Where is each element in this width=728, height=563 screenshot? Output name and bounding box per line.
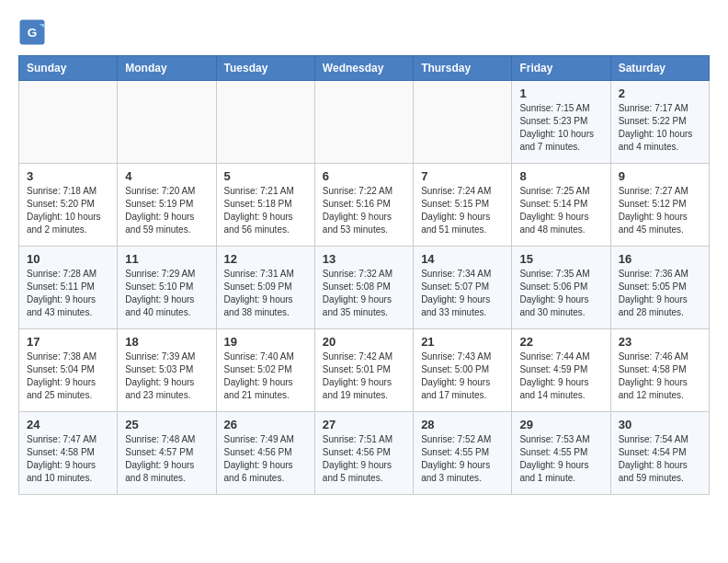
day-info: Sunrise: 7:52 AM Sunset: 4:55 PM Dayligh… <box>421 433 504 485</box>
day-info: Sunrise: 7:29 AM Sunset: 5:10 PM Dayligh… <box>125 268 208 319</box>
day-number: 1 <box>519 86 602 100</box>
calendar-cell: 15Sunrise: 7:35 AM Sunset: 5:06 PM Dayli… <box>512 247 610 329</box>
calendar-cell: 20Sunrise: 7:42 AM Sunset: 5:01 PM Dayli… <box>314 329 413 412</box>
day-info: Sunrise: 7:36 AM Sunset: 5:05 PM Dayligh… <box>619 268 701 319</box>
day-number: 6 <box>323 169 405 183</box>
calendar-cell <box>118 81 216 164</box>
day-number: 23 <box>619 335 701 349</box>
day-info: Sunrise: 7:15 AM Sunset: 5:23 PM Dayligh… <box>519 102 602 154</box>
page-header: G <box>18 18 710 46</box>
day-info: Sunrise: 7:42 AM Sunset: 5:01 PM Dayligh… <box>323 350 405 402</box>
calendar-cell: 5Sunrise: 7:21 AM Sunset: 5:18 PM Daylig… <box>216 164 314 247</box>
weekday-header-wednesday: Wednesday <box>314 56 413 81</box>
day-info: Sunrise: 7:35 AM Sunset: 5:06 PM Dayligh… <box>519 268 602 319</box>
day-number: 25 <box>125 418 208 431</box>
calendar-cell: 6Sunrise: 7:22 AM Sunset: 5:16 PM Daylig… <box>314 164 413 247</box>
day-number: 2 <box>619 86 701 100</box>
day-info: Sunrise: 7:17 AM Sunset: 5:22 PM Dayligh… <box>619 102 701 154</box>
weekday-header-tuesday: Tuesday <box>216 56 314 81</box>
calendar-cell: 19Sunrise: 7:40 AM Sunset: 5:02 PM Dayli… <box>216 329 314 412</box>
calendar-cell: 8Sunrise: 7:25 AM Sunset: 5:14 PM Daylig… <box>512 164 610 247</box>
calendar-cell: 9Sunrise: 7:27 AM Sunset: 5:12 PM Daylig… <box>610 164 709 247</box>
day-number: 24 <box>27 418 109 431</box>
day-number: 14 <box>421 252 504 266</box>
day-info: Sunrise: 7:20 AM Sunset: 5:19 PM Dayligh… <box>125 185 208 236</box>
calendar-cell: 1Sunrise: 7:15 AM Sunset: 5:23 PM Daylig… <box>512 81 610 164</box>
day-info: Sunrise: 7:47 AM Sunset: 4:58 PM Dayligh… <box>27 433 109 485</box>
calendar-cell <box>314 81 413 164</box>
day-number: 7 <box>421 169 504 183</box>
day-info: Sunrise: 7:51 AM Sunset: 4:56 PM Dayligh… <box>323 433 405 485</box>
calendar-cell: 14Sunrise: 7:34 AM Sunset: 5:07 PM Dayli… <box>414 247 512 329</box>
day-info: Sunrise: 7:27 AM Sunset: 5:12 PM Dayligh… <box>619 185 701 236</box>
day-info: Sunrise: 7:18 AM Sunset: 5:20 PM Dayligh… <box>27 185 109 236</box>
calendar-cell: 28Sunrise: 7:52 AM Sunset: 4:55 PM Dayli… <box>414 412 512 495</box>
calendar-cell: 2Sunrise: 7:17 AM Sunset: 5:22 PM Daylig… <box>610 81 709 164</box>
weekday-header-saturday: Saturday <box>610 56 709 81</box>
calendar-cell: 23Sunrise: 7:46 AM Sunset: 4:58 PM Dayli… <box>610 329 709 412</box>
day-number: 9 <box>619 169 701 183</box>
day-info: Sunrise: 7:43 AM Sunset: 5:00 PM Dayligh… <box>421 350 504 402</box>
day-number: 12 <box>224 252 307 266</box>
calendar-cell: 27Sunrise: 7:51 AM Sunset: 4:56 PM Dayli… <box>314 412 413 495</box>
calendar-week-4: 17Sunrise: 7:38 AM Sunset: 5:04 PM Dayli… <box>19 329 710 412</box>
day-number: 20 <box>323 335 405 349</box>
day-info: Sunrise: 7:21 AM Sunset: 5:18 PM Dayligh… <box>224 185 307 236</box>
calendar-cell: 11Sunrise: 7:29 AM Sunset: 5:10 PM Dayli… <box>118 247 216 329</box>
calendar-cell <box>19 81 118 164</box>
day-info: Sunrise: 7:39 AM Sunset: 5:03 PM Dayligh… <box>125 350 208 402</box>
day-info: Sunrise: 7:34 AM Sunset: 5:07 PM Dayligh… <box>421 268 504 319</box>
svg-text:G: G <box>28 26 38 40</box>
logo-icon: G <box>18 18 46 46</box>
calendar-cell <box>216 81 314 164</box>
calendar-cell: 13Sunrise: 7:32 AM Sunset: 5:08 PM Dayli… <box>314 247 413 329</box>
day-number: 5 <box>224 169 307 183</box>
day-number: 8 <box>519 169 602 183</box>
logo: G <box>18 18 50 46</box>
day-number: 29 <box>519 418 602 431</box>
day-number: 11 <box>125 252 208 266</box>
calendar-week-2: 3Sunrise: 7:18 AM Sunset: 5:20 PM Daylig… <box>19 164 710 247</box>
calendar-cell: 26Sunrise: 7:49 AM Sunset: 4:56 PM Dayli… <box>216 412 314 495</box>
day-info: Sunrise: 7:22 AM Sunset: 5:16 PM Dayligh… <box>323 185 405 236</box>
calendar-cell: 16Sunrise: 7:36 AM Sunset: 5:05 PM Dayli… <box>610 247 709 329</box>
weekday-header-friday: Friday <box>512 56 610 81</box>
calendar-cell: 17Sunrise: 7:38 AM Sunset: 5:04 PM Dayli… <box>19 329 118 412</box>
day-info: Sunrise: 7:53 AM Sunset: 4:55 PM Dayligh… <box>519 433 602 485</box>
calendar-cell: 22Sunrise: 7:44 AM Sunset: 4:59 PM Dayli… <box>512 329 610 412</box>
calendar-cell: 4Sunrise: 7:20 AM Sunset: 5:19 PM Daylig… <box>118 164 216 247</box>
calendar-week-3: 10Sunrise: 7:28 AM Sunset: 5:11 PM Dayli… <box>19 247 710 329</box>
day-number: 19 <box>224 335 307 349</box>
calendar-cell <box>414 81 512 164</box>
calendar-cell: 12Sunrise: 7:31 AM Sunset: 5:09 PM Dayli… <box>216 247 314 329</box>
calendar-cell: 24Sunrise: 7:47 AM Sunset: 4:58 PM Dayli… <box>19 412 118 495</box>
calendar-week-5: 24Sunrise: 7:47 AM Sunset: 4:58 PM Dayli… <box>19 412 710 495</box>
day-number: 18 <box>125 335 208 349</box>
calendar-cell: 21Sunrise: 7:43 AM Sunset: 5:00 PM Dayli… <box>414 329 512 412</box>
calendar-cell: 29Sunrise: 7:53 AM Sunset: 4:55 PM Dayli… <box>512 412 610 495</box>
day-info: Sunrise: 7:54 AM Sunset: 4:54 PM Dayligh… <box>619 433 701 485</box>
day-number: 10 <box>27 252 109 266</box>
weekday-header-monday: Monday <box>118 56 216 81</box>
day-number: 30 <box>619 418 701 431</box>
day-number: 16 <box>619 252 701 266</box>
day-number: 4 <box>125 169 208 183</box>
day-info: Sunrise: 7:40 AM Sunset: 5:02 PM Dayligh… <box>224 350 307 402</box>
day-info: Sunrise: 7:48 AM Sunset: 4:57 PM Dayligh… <box>125 433 208 485</box>
day-number: 28 <box>421 418 504 431</box>
day-info: Sunrise: 7:49 AM Sunset: 4:56 PM Dayligh… <box>224 433 307 485</box>
day-number: 22 <box>519 335 602 349</box>
day-info: Sunrise: 7:25 AM Sunset: 5:14 PM Dayligh… <box>519 185 602 236</box>
weekday-header-thursday: Thursday <box>414 56 512 81</box>
day-info: Sunrise: 7:28 AM Sunset: 5:11 PM Dayligh… <box>27 268 109 319</box>
day-number: 21 <box>421 335 504 349</box>
day-info: Sunrise: 7:32 AM Sunset: 5:08 PM Dayligh… <box>323 268 405 319</box>
calendar-cell: 25Sunrise: 7:48 AM Sunset: 4:57 PM Dayli… <box>118 412 216 495</box>
day-info: Sunrise: 7:46 AM Sunset: 4:58 PM Dayligh… <box>619 350 701 402</box>
calendar-cell: 10Sunrise: 7:28 AM Sunset: 5:11 PM Dayli… <box>19 247 118 329</box>
calendar-cell: 18Sunrise: 7:39 AM Sunset: 5:03 PM Dayli… <box>118 329 216 412</box>
weekday-header-sunday: Sunday <box>19 56 118 81</box>
calendar-week-1: 1Sunrise: 7:15 AM Sunset: 5:23 PM Daylig… <box>19 81 710 164</box>
day-number: 17 <box>27 335 109 349</box>
day-number: 26 <box>224 418 307 431</box>
